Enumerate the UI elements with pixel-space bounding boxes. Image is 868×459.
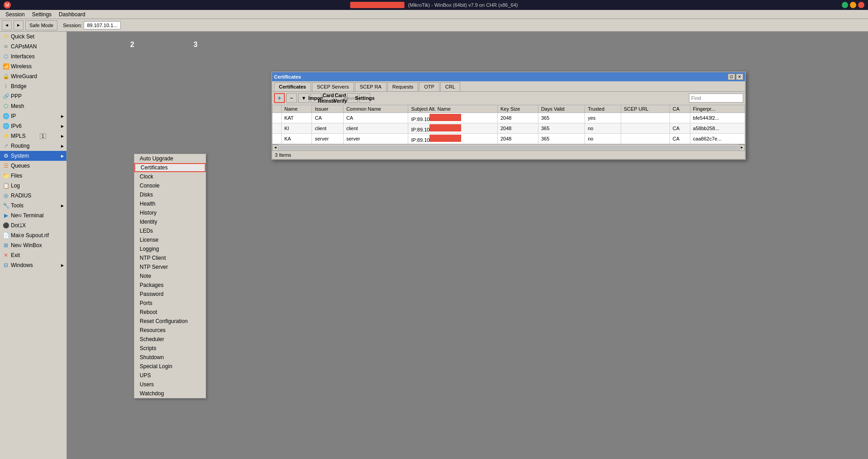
window-restore-button[interactable]: ⊡: [728, 74, 735, 80]
col-header-trusted[interactable]: Trusted: [585, 105, 621, 113]
sidebar-item-wireless[interactable]: 📶 Wireless: [0, 61, 66, 71]
sidebar-item-radius[interactable]: ◎ RADIUS: [0, 191, 66, 201]
sidebar-item-wireguard[interactable]: 🔒 WireGuard: [0, 71, 66, 81]
menu-session[interactable]: Session: [2, 10, 28, 19]
scroll-track[interactable]: [279, 145, 738, 150]
maximize-button[interactable]: [850, 2, 856, 8]
submenu-item-special-login[interactable]: Special Login: [134, 362, 206, 371]
submenu-item-password[interactable]: Password: [134, 290, 206, 299]
table-row[interactable]: KA server server IP:89.10 2048 365 no CA: [273, 134, 745, 144]
card-reinstall-button[interactable]: Card Reinstall: [323, 93, 334, 103]
sidebar-item-bridge[interactable]: ⌇ Bridge: [0, 81, 66, 91]
menu-dashboard[interactable]: Dashboard: [55, 10, 89, 19]
submenu-item-reboot[interactable]: Reboot: [134, 308, 206, 317]
col-header-scep-url[interactable]: SCEP URL: [621, 105, 670, 113]
sidebar-item-new-terminal[interactable]: ▶ New Terminal: [0, 211, 66, 220]
submenu-item-clock[interactable]: Clock: [134, 172, 206, 181]
window-close-button[interactable]: ✕: [736, 74, 743, 80]
submenu-item-console[interactable]: Console: [134, 181, 206, 190]
settings-button[interactable]: Settings: [359, 93, 370, 103]
col-header-name[interactable]: Name: [282, 105, 312, 113]
tab-scep-servers[interactable]: SCEP Servers: [312, 82, 354, 91]
submenu-item-reset-config[interactable]: Reset Configuration: [134, 317, 206, 326]
tab-otp[interactable]: OTP: [419, 82, 439, 91]
safe-mode-button[interactable]: Safe Mode: [25, 20, 57, 30]
submenu-item-scheduler[interactable]: Scheduler: [134, 335, 206, 344]
sidebar-item-label: RADIUS: [11, 192, 31, 199]
submenu-item-shutdown[interactable]: Shutdown: [134, 353, 206, 362]
sidebar-item-interfaces[interactable]: ⬡ Interfaces: [0, 52, 66, 61]
find-input[interactable]: [689, 94, 743, 103]
submenu-item-ports[interactable]: Ports: [134, 299, 206, 308]
submenu-item-packages[interactable]: Packages: [134, 281, 206, 290]
sidebar-item-mpls[interactable]: ⚡ MPLS 1 ▶: [0, 131, 66, 141]
sidebar-item-tools[interactable]: 🔧 Tools ▶: [0, 201, 66, 211]
submenu-item-history[interactable]: History: [134, 208, 206, 217]
submenu-item-note[interactable]: Note: [134, 272, 206, 281]
submenu-item-users[interactable]: Users: [134, 380, 206, 389]
col-header-subject-alt[interactable]: Subject Alt. Name: [408, 105, 498, 113]
col-header-ca[interactable]: CA: [670, 105, 690, 113]
tab-certificates[interactable]: Certificates: [274, 82, 311, 91]
close-button[interactable]: [858, 2, 864, 8]
tab-requests[interactable]: Requests: [387, 82, 418, 91]
sidebar-item-make-supout[interactable]: 📄 Make Supout.rif: [0, 230, 66, 240]
sidebar-item-routing[interactable]: ↗ Routing ▶: [0, 141, 66, 151]
sidebar-item-windows[interactable]: ⊟ Windows ▶: [0, 260, 66, 270]
submenu-item-scripts[interactable]: Scripts: [134, 344, 206, 353]
sidebar-item-files[interactable]: 📁 Files: [0, 171, 66, 181]
submenu-item-logging[interactable]: Logging: [134, 244, 206, 253]
sidebar-item-ip[interactable]: 🌐 IP ▶: [0, 111, 66, 121]
col-header-fingerprint[interactable]: Fingerpr...: [690, 105, 745, 113]
add-certificate-button[interactable]: +: [274, 93, 285, 103]
submenu-item-resources[interactable]: Resources: [134, 326, 206, 335]
sidebar-item-log[interactable]: 📋 Log: [0, 181, 66, 191]
menu-settings[interactable]: Settings: [28, 10, 55, 19]
cell-icon: [273, 113, 282, 123]
sidebar-item-ppp[interactable]: 🔗 PPP: [0, 91, 66, 101]
tab-scep-ra[interactable]: SCEP RA: [355, 82, 387, 91]
submenu-item-leds[interactable]: LEDs: [134, 226, 206, 235]
capsman-icon: ≋: [3, 43, 9, 50]
submenu-item-ntp-client[interactable]: NTP Client: [134, 253, 206, 262]
col-header-common-name[interactable]: Common Name: [343, 105, 408, 113]
app-icon: M: [4, 1, 11, 9]
forward-button[interactable]: ►: [14, 20, 24, 30]
submenu-item-identity[interactable]: Identity: [134, 217, 206, 226]
sidebar-item-label: System: [11, 153, 29, 159]
sidebar-item-exit[interactable]: ✕ Exit: [0, 250, 66, 260]
sidebar-item-capsman[interactable]: ≋ CAPsMAN: [0, 42, 66, 52]
horizontal-scrollbar[interactable]: ◄ ►: [272, 144, 745, 150]
remove-certificate-button[interactable]: −: [286, 93, 297, 103]
cell-fingerprint: bfe5443f2...: [690, 113, 745, 123]
tab-crl[interactable]: CRL: [440, 82, 460, 91]
col-header-issuer[interactable]: Issuer: [312, 105, 343, 113]
submenu-item-ntp-server[interactable]: NTP Server: [134, 262, 206, 272]
back-button[interactable]: ◄: [2, 20, 12, 30]
sidebar-item-dot1x[interactable]: ⚫ Dot1X: [0, 220, 66, 230]
sidebar-item-mesh[interactable]: ⬡ Mesh: [0, 101, 66, 111]
submenu-item-ups[interactable]: UPS: [134, 371, 206, 380]
submenu-item-license[interactable]: License: [134, 235, 206, 244]
sidebar-item-quick-set[interactable]: ⚙ Quick Set: [0, 32, 66, 42]
minimize-button[interactable]: [842, 2, 848, 8]
submenu-item-health[interactable]: Health: [134, 199, 206, 208]
cell-subject-alt: IP:89.10: [408, 123, 498, 134]
filter-button[interactable]: ▼: [298, 93, 309, 103]
table-row[interactable]: KAT CA CA IP:89.10 2048 365 yes bfe5443f: [273, 113, 745, 123]
submenu-item-certificates[interactable]: Certificates: [134, 163, 206, 172]
connection-status-indicator: [350, 2, 405, 8]
sidebar-item-ipv6[interactable]: 🌐 IPv6 ▶: [0, 121, 66, 131]
cell-fingerprint: a58bb258...: [690, 123, 745, 134]
col-header-days-valid[interactable]: Days Valid: [538, 105, 585, 113]
submenu-item-auto-upgrade[interactable]: Auto Upgrade: [134, 154, 206, 163]
sidebar-item-queues[interactable]: ☰ Queues: [0, 161, 66, 171]
table-row[interactable]: KI client client IP:89.10 2048 365 no CA: [273, 123, 745, 134]
col-header-key-size[interactable]: Key Size: [497, 105, 538, 113]
sidebar-item-new-winbox[interactable]: ⊞ New WinBox: [0, 240, 66, 250]
scroll-right-arrow[interactable]: ►: [739, 145, 745, 151]
sidebar-item-system[interactable]: ⚙ System ▶: [0, 151, 66, 161]
scroll-left-arrow[interactable]: ◄: [272, 145, 278, 151]
submenu-item-disks[interactable]: Disks: [134, 190, 206, 199]
submenu-item-watchdog[interactable]: Watchdog: [134, 389, 206, 398]
